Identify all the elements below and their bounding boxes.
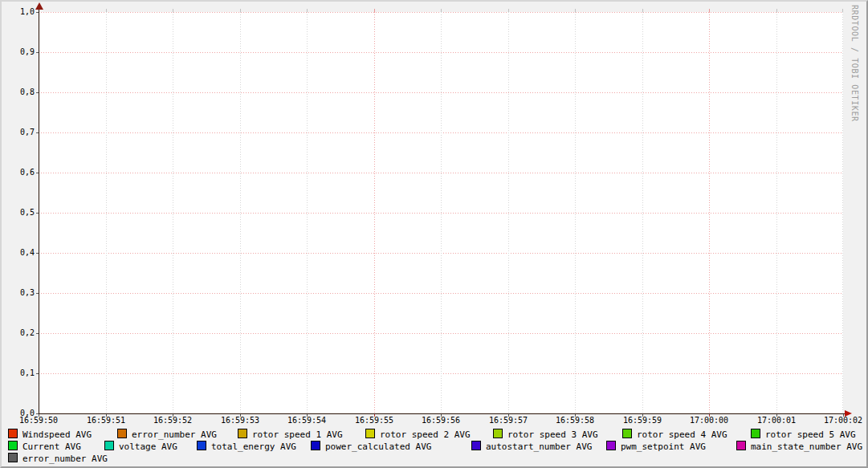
x-axis-tick [776,414,777,417]
legend-item-label: main_state_number AVG [751,442,862,452]
y-tick-label: 0,9 [2,47,35,57]
x-tick-label: 16:59:51 [82,416,130,425]
v-gridline [642,12,643,413]
legend-item: rotor speed 1 AVG [238,429,343,439]
legend-item: rotor speed 5 AVG [751,429,856,439]
legend-item: autostart_number AVG [471,441,592,451]
legend-item-label: Current AVG [22,442,81,452]
y-axis-tick [36,213,39,214]
x-axis-tick [843,414,844,417]
gridline-top-tick [642,9,643,12]
x-axis-line [39,413,846,414]
y-tick-label: 0,2 [2,328,35,338]
y-axis-tick [36,373,39,374]
x-tick-label: 16:59:58 [551,416,599,425]
gridline-top-tick [307,9,308,12]
x-axis-tick [575,414,576,417]
legend-item-label: pwm_setpoint AVG [621,442,706,452]
legend-item: pwm_setpoint AVG [606,441,706,451]
legend-item-label: rotor speed 5 AVG [765,429,856,440]
legend-item-label: Windspeed AVG [22,429,92,440]
legend-color-swatch [8,429,18,438]
legend-item: voltage AVG [104,441,177,451]
v-gridline [842,12,843,413]
x-tick-label: 17:00:02 [819,416,867,425]
legend-item: error_number AVG [117,429,217,439]
v-gridline [173,12,173,413]
legend-item: rotor speed 3 AVG [493,429,598,439]
x-axis-tick [642,414,643,417]
legend-item: Windspeed AVG [8,429,92,439]
legend-item: power_calculated AVG [311,441,431,451]
legend-color-swatch [493,429,503,438]
legend-item-label: autostart_number AVG [486,442,592,452]
y-axis-tick [36,52,39,53]
y-tick-label: 0,4 [2,248,35,258]
x-tick-label: 16:59:56 [417,416,465,425]
x-axis-tick [307,414,308,417]
plot-area [39,12,843,413]
legend-color-swatch [622,429,632,438]
x-axis-tick [441,414,442,417]
legend-item: rotor speed 4 AVG [622,429,727,439]
x-tick-label: 16:59:53 [216,416,264,425]
legend-item: Current AVG [8,441,81,451]
x-tick-label: 16:59:55 [350,416,398,425]
x-axis-tick [240,414,241,417]
legend-color-swatch [311,441,320,450]
legend-color-swatch [606,441,616,450]
legend-item: main_state_number AVG [736,441,862,451]
gridline-top-tick [240,9,241,12]
v-gridline [240,12,241,413]
v-gridline [709,12,710,413]
y-axis-arrow-icon [35,2,43,10]
legend-item-label: voltage AVG [119,442,177,452]
gridline-top-tick [441,9,442,12]
legend-color-swatch [365,429,375,438]
y-tick-label: 0,6 [2,168,35,177]
legend-item-label: total_energy AVG [211,442,296,452]
y-axis-tick [36,92,39,93]
x-tick-label: 17:00:00 [685,416,733,425]
y-tick-label: 0,7 [2,128,35,137]
x-tick-label: 16:59:59 [618,416,666,425]
gridline-top-tick [508,9,509,12]
y-axis-tick [36,173,39,173]
legend-color-swatch [8,441,18,450]
x-axis-tick [39,414,39,417]
legend-item-label: power_calculated AVG [325,442,431,452]
legend-color-swatch [471,441,481,450]
legend-color-swatch [238,429,247,438]
y-axis-tick [36,333,39,334]
y-tick-label: 0,1 [2,368,35,378]
v-gridline [307,12,308,413]
gridline-top-tick [106,9,107,12]
x-axis-tick [709,414,710,417]
legend-item: rotor speed 2 AVG [365,429,471,439]
gridline-top-tick [173,9,173,12]
chart-frame: RRDTOOL / TOBI OETIKER 1,00,90,80,70,60,… [0,0,868,468]
legend-color-swatch [117,429,127,438]
legend-item-label: rotor speed 1 AVG [252,429,343,440]
legend-item-label: error_number AVG [132,429,217,440]
legend-color-swatch [197,441,206,450]
v-gridline [575,12,576,413]
legend-color-swatch [104,441,114,450]
v-gridline [441,12,442,413]
gridline-top-tick [776,9,777,12]
legend-item: total_energy AVG [197,441,296,451]
x-axis-tick [374,414,375,417]
x-axis-tick [106,414,107,417]
y-tick-label: 0,3 [2,288,35,298]
x-axis-tick [173,414,173,417]
y-axis-line [39,8,39,414]
gridline-top-tick [374,9,375,12]
legend-item: error_number AVG [8,453,108,463]
x-tick-label: 17:00:01 [752,416,801,425]
x-axis-tick [508,414,509,417]
legend-color-swatch [751,429,760,438]
legend-item-label: rotor speed 3 AVG [507,429,598,440]
x-tick-label: 16:59:57 [484,416,532,425]
watermark: RRDTOOL / TOBI OETIKER [850,5,859,122]
v-gridline [776,12,777,413]
